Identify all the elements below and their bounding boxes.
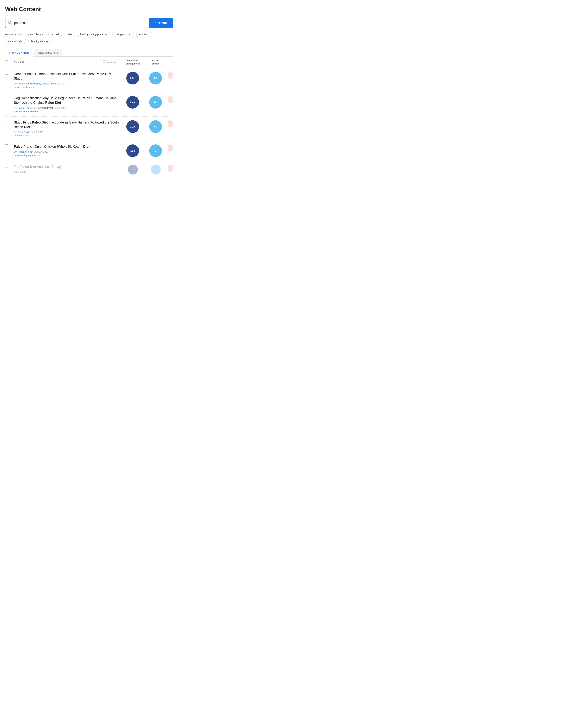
article-5-meta: Jun 16, 2021: [14, 171, 119, 173]
topic-chip-4[interactable]: ketogenic diet: [112, 32, 134, 37]
article-4-checkbox[interactable]: [5, 144, 11, 148]
article-4-meta: By Michele Rosen Aug 17, 2020: [14, 150, 119, 153]
article-2-fb-metric: 3.6K: [126, 96, 139, 109]
article-1-fb-metric: 4.3K: [126, 72, 139, 84]
tab-view-analysis[interactable]: VIEW ANALYSIS: [34, 49, 62, 56]
topic-chip-6[interactable]: caveman diet: [5, 39, 26, 44]
article-2-author[interactable]: Rachel Nuwer: [18, 107, 33, 109]
journalist-icon: 🗞: [34, 107, 36, 109]
article-3-checkbox[interactable]: [5, 120, 11, 124]
tab-view-content[interactable]: VIEW CONTENT: [5, 49, 33, 57]
article-1-title[interactable]: Neanderthals, Human Ancestors Didn't Eat…: [14, 72, 119, 81]
article-2-date: Jan 7, 2021: [54, 107, 66, 109]
article-2-title[interactable]: Dog Domestication May Have Begun because…: [14, 96, 119, 105]
article-1-checkbox[interactable]: [5, 72, 11, 75]
select-all-label: Select All: [14, 61, 97, 64]
article-5-tw-col: 0: [146, 165, 165, 175]
article-2-checkbox[interactable]: [5, 96, 11, 100]
article-5-tw-metric: 0: [151, 165, 161, 175]
article-3-content: Study Finds Paleo Diet Inaccurate as Ear…: [14, 120, 119, 137]
article-3-tw-col: 60: [146, 120, 165, 133]
actions-label: Actions: [107, 61, 116, 64]
article-3-title[interactable]: Study Finds Paleo Diet Inaccurate as Ear…: [14, 120, 119, 129]
article-4-tw-col: 2: [146, 144, 165, 157]
topic-chip-0[interactable]: paleo lifestyle: [25, 32, 47, 37]
article-1-author[interactable]: Aylin Woodwardgabby Lands...: [18, 82, 50, 85]
table-row: Neanderthals, Human Ancestors Didn't Eat…: [5, 68, 173, 92]
article-3-author[interactable]: Zofia Ferki: [18, 131, 29, 134]
related-topics-label: Related topics:: [5, 33, 23, 36]
article-5-date: Jun 16, 2021: [14, 171, 27, 173]
article-3-extra: [167, 120, 173, 128]
article-4-domain: paleorunningmomma.com: [14, 154, 119, 157]
article-4-fb-col: 169: [122, 144, 144, 157]
actions-icon: [103, 60, 106, 64]
article-3-date: Apr 22, 2021: [30, 131, 43, 134]
article-4-content: Paleo French Onion Chicken {Whole30, Ket…: [14, 144, 119, 157]
article-1-domain-link[interactable]: businessinsider.com: [14, 86, 35, 88]
topic-chip-2[interactable]: diets: [64, 32, 75, 37]
article-4-extra: [167, 144, 173, 152]
article-1-extra: [167, 72, 173, 79]
article-2-extra: [167, 96, 173, 103]
article-5-fb-col: 1.2K: [122, 165, 144, 175]
table-row: The Paleo Diet Audience Survey Jun 16, 2…: [5, 161, 173, 178]
article-5-title[interactable]: The Paleo Diet Audience Survey: [14, 165, 119, 169]
article-2-tw-col: 577: [146, 96, 165, 109]
article-3-meta: By Zofia Ferki Apr 22, 2021: [14, 131, 119, 134]
article-4-title[interactable]: Paleo French Onion Chicken {Whole30, Ket…: [14, 144, 119, 149]
article-1-content: Neanderthals, Human Ancestors Didn't Eat…: [14, 72, 119, 88]
article-1-date: May 14, 2021: [51, 82, 66, 85]
search-bar: SEARCH: [5, 18, 173, 28]
article-1-tw-metric: 69: [149, 72, 162, 84]
article-4-date: Aug 17, 2020: [34, 150, 48, 153]
article-3-domain: reductress.com: [14, 134, 119, 137]
table-row: Study Finds Paleo Diet Inaccurate as Ear…: [5, 117, 173, 141]
article-2-meta: By Rachel Nuwer 🗞 Journalist NEW Jan 7, …: [14, 107, 119, 109]
article-2-domain-link[interactable]: scientificamerican.com: [14, 110, 38, 113]
article-4-fb-metric: 169: [126, 144, 139, 157]
article-2-fb-col: 3.6K: [122, 96, 144, 109]
new-badge: NEW: [47, 107, 53, 109]
article-1-domain: businessinsider.com: [14, 86, 119, 88]
article-3-tw-metric: 60: [149, 120, 162, 133]
article-4-tw-metric: 2: [149, 144, 162, 157]
article-1-meta: By Aylin Woodwardgabby Lands... May 14, …: [14, 82, 119, 85]
article-5-content: The Paleo Diet Audience Survey Jun 16, 2…: [14, 165, 119, 174]
topic-chip-1[interactable]: mct oil: [48, 32, 62, 37]
journalist-badge: 🗞 Journalist NEW: [34, 107, 53, 109]
article-2-domain: scientificamerican.com: [14, 110, 119, 113]
related-topics: Related topics: paleo lifestyle mct oil …: [5, 32, 173, 44]
article-2-tw-metric: 577: [149, 96, 162, 109]
article-4-domain-link[interactable]: paleorunningmomma.com: [14, 154, 41, 157]
article-3-fb-col: 2.1K: [122, 120, 144, 133]
svg-line-1: [11, 23, 11, 24]
article-2-content: Dog Domestication May Have Begun because…: [14, 96, 119, 113]
table-row: Dog Domestication May Have Begun because…: [5, 92, 173, 116]
tab-bar: VIEW CONTENT VIEW ANALYSIS: [5, 49, 173, 57]
table-header: Select All Actions FacebookEngagement Tw…: [5, 57, 173, 68]
search-input[interactable]: [14, 19, 149, 27]
col-header-fb: FacebookEngagement: [122, 59, 144, 65]
table-row: Paleo French Onion Chicken {Whole30, Ket…: [5, 141, 173, 161]
article-5-fb-metric: 1.2K: [128, 165, 138, 175]
search-button[interactable]: SEARCH: [149, 18, 173, 28]
svg-rect-2: [103, 61, 106, 63]
article-5-checkbox[interactable]: [5, 165, 11, 168]
topic-chip-5[interactable]: nutrition: [136, 32, 151, 37]
select-all-checkbox[interactable]: [5, 60, 11, 64]
article-3-domain-link[interactable]: reductress.com: [14, 134, 30, 137]
article-4-author[interactable]: Michele Rosen: [18, 150, 33, 153]
article-3-fb-metric: 2.1K: [126, 120, 139, 133]
search-icon: [5, 21, 14, 25]
topic-chip-3[interactable]: healthy dieting practices: [77, 32, 110, 37]
actions-button[interactable]: Actions: [100, 59, 119, 65]
article-5-extra: [167, 165, 173, 172]
topic-chip-7[interactable]: healthy dieting: [28, 39, 51, 44]
col-header-tw: TwitterShares: [146, 59, 165, 65]
article-1-fb-col: 4.3K: [122, 72, 144, 84]
page-title: Web Content: [5, 6, 173, 13]
article-1-tw-col: 69: [146, 72, 165, 84]
